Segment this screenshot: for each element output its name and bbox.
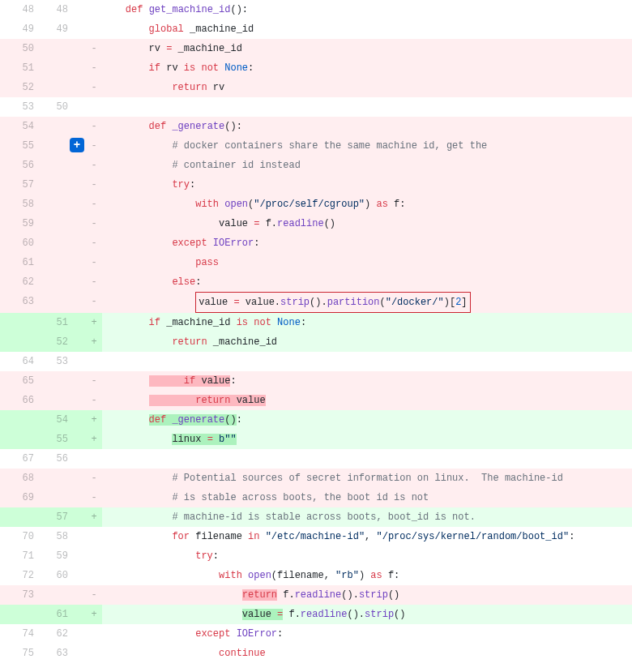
line-number-old[interactable]	[0, 507, 34, 527]
code-cell[interactable]: def get_machine_id():	[102, 0, 632, 19]
line-number-old[interactable]	[0, 605, 34, 624]
line-number-old[interactable]: 65	[0, 371, 34, 391]
line-number-new[interactable]: 49	[34, 19, 68, 39]
line-number-new[interactable]	[34, 488, 68, 507]
code-cell[interactable]: value = f.readline()	[102, 214, 632, 233]
code-cell[interactable]: global _machine_id	[102, 19, 632, 39]
code-cell[interactable]: if _machine_id is not None:	[102, 313, 632, 332]
line-number-new[interactable]	[34, 195, 68, 214]
add-comment-button[interactable]: +	[70, 138, 84, 152]
code-cell[interactable]: def _generate():	[102, 117, 632, 136]
code-cell[interactable]: # Potential sources of secret informatio…	[102, 469, 632, 488]
line-number-new[interactable]	[34, 58, 68, 78]
line-number-old[interactable]: 49	[0, 19, 34, 39]
line-number-old[interactable]: 51	[0, 58, 34, 78]
line-number-new[interactable]: 62	[34, 624, 68, 644]
line-number-new[interactable]: 59	[34, 546, 68, 566]
code-cell[interactable]: # is stable across boots, the boot id is…	[102, 488, 632, 507]
code-cell[interactable]: linux = b""	[102, 430, 632, 449]
code-cell[interactable]: return value	[102, 391, 632, 410]
code-cell[interactable]: # docker containers share the same machi…	[102, 136, 632, 156]
code-cell[interactable]: else:	[102, 272, 632, 292]
code-cell[interactable]: rv = _machine_id	[102, 39, 632, 58]
line-number-old[interactable]	[0, 430, 34, 449]
code-cell[interactable]: # machine-id is stable across boots, boo…	[102, 507, 632, 527]
code-cell[interactable]: if value:	[102, 371, 632, 391]
line-number-new[interactable]: 58	[34, 527, 68, 546]
code-cell[interactable]	[102, 352, 632, 371]
line-number-new[interactable]	[34, 214, 68, 233]
line-number-old[interactable]: 61	[0, 253, 34, 272]
line-number-old[interactable]: 66	[0, 391, 34, 410]
line-number-old[interactable]: 56	[0, 156, 34, 175]
code-cell[interactable]: def _generate():	[102, 410, 632, 430]
line-number-old[interactable]	[0, 313, 34, 332]
line-number-new[interactable]	[34, 233, 68, 253]
line-number-new[interactable]	[34, 469, 68, 488]
line-number-new[interactable]: 52	[34, 332, 68, 352]
line-number-new[interactable]	[34, 175, 68, 195]
line-number-old[interactable]: 50	[0, 39, 34, 58]
line-number-new[interactable]: 48	[34, 0, 68, 19]
line-number-new[interactable]	[34, 391, 68, 410]
line-number-new[interactable]	[34, 292, 68, 313]
line-number-old[interactable]: 55	[0, 136, 34, 156]
line-number-old[interactable]: 72	[0, 566, 34, 585]
line-number-new[interactable]: 56	[34, 449, 68, 469]
line-number-new[interactable]	[34, 253, 68, 272]
line-number-old[interactable]: 73	[0, 585, 34, 605]
line-number-new[interactable]: 50	[34, 97, 68, 117]
line-number-new[interactable]: 55	[34, 430, 68, 449]
line-number-new[interactable]: 60	[34, 566, 68, 585]
line-number-new[interactable]	[34, 136, 68, 156]
line-number-new[interactable]	[34, 78, 68, 97]
code-cell[interactable]	[102, 449, 632, 469]
line-number-new[interactable]: 53	[34, 352, 68, 371]
line-number-old[interactable]: 59	[0, 214, 34, 233]
line-number-new[interactable]	[34, 585, 68, 605]
code-cell[interactable]: continue	[102, 644, 632, 663]
code-cell[interactable]: value = value.strip().partition("/docker…	[102, 292, 632, 313]
line-number-old[interactable]: 71	[0, 546, 34, 566]
line-number-new[interactable]	[34, 272, 68, 292]
line-number-old[interactable]: 57	[0, 175, 34, 195]
line-number-old[interactable]: 62	[0, 272, 34, 292]
line-number-old[interactable]: 63	[0, 292, 34, 313]
line-number-old[interactable]: 52	[0, 78, 34, 97]
code-cell[interactable]: except IOError:	[102, 233, 632, 253]
line-number-new[interactable]: 51	[34, 313, 68, 332]
code-cell[interactable]: for filename in "/etc/machine-id", "/pro…	[102, 527, 632, 546]
line-number-old[interactable]: 70	[0, 527, 34, 546]
line-number-new[interactable]: 63	[34, 644, 68, 663]
code-cell[interactable]: return f.readline().strip()	[102, 585, 632, 605]
line-number-old[interactable]: 58	[0, 195, 34, 214]
code-cell[interactable]: with open("/proc/self/cgroup") as f:	[102, 195, 632, 214]
code-cell[interactable]: return _machine_id	[102, 332, 632, 352]
line-number-new[interactable]	[34, 156, 68, 175]
line-number-new[interactable]: 61	[34, 605, 68, 624]
code-cell[interactable]	[102, 97, 632, 117]
code-cell[interactable]: try:	[102, 546, 632, 566]
code-cell[interactable]: with open(filename, "rb") as f:	[102, 566, 632, 585]
code-cell[interactable]: if rv is not None:	[102, 58, 632, 78]
line-number-new[interactable]: 54	[34, 410, 68, 430]
line-number-old[interactable]: 75	[0, 644, 34, 663]
line-number-new[interactable]	[34, 39, 68, 58]
code-cell[interactable]: pass	[102, 253, 632, 272]
line-number-old[interactable]	[0, 332, 34, 352]
line-number-old[interactable]: 60	[0, 233, 34, 253]
line-number-new[interactable]	[34, 117, 68, 136]
code-cell[interactable]: return rv	[102, 78, 632, 97]
line-number-old[interactable]: 67	[0, 449, 34, 469]
line-number-old[interactable]: 53	[0, 97, 34, 117]
line-number-old[interactable]: 74	[0, 624, 34, 644]
code-cell[interactable]: value = f.readline().strip()	[102, 605, 632, 624]
code-cell[interactable]: except IOError:	[102, 624, 632, 644]
line-number-new[interactable]	[34, 371, 68, 391]
line-number-old[interactable]	[0, 410, 34, 430]
line-number-old[interactable]: 69	[0, 488, 34, 507]
line-number-old[interactable]: 68	[0, 469, 34, 488]
code-cell[interactable]: try:	[102, 175, 632, 195]
line-number-old[interactable]: 64	[0, 352, 34, 371]
line-number-new[interactable]: 57	[34, 507, 68, 527]
